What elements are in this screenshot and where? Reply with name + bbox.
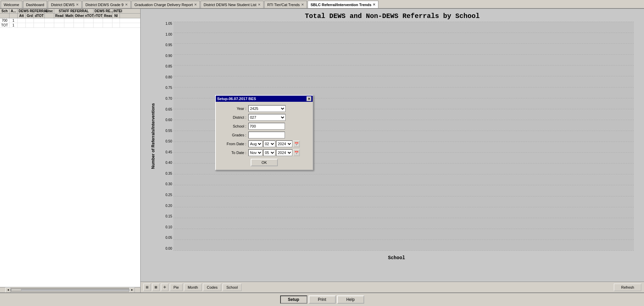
from-year-select[interactable]: 202420232025 bbox=[276, 140, 292, 147]
from-date-calendar-button[interactable]: 📅 bbox=[293, 140, 300, 147]
grades-label: Grades : bbox=[219, 133, 246, 137]
grades-input[interactable] bbox=[248, 132, 285, 138]
from-date-group: AugJanFebMar AprMayJunJul SepOctNovDec 0… bbox=[248, 140, 300, 147]
district-select[interactable]: 027 028 bbox=[248, 114, 286, 121]
modal-close-button[interactable]: ✕ bbox=[307, 96, 311, 101]
modal-overlay: Setup-06.07.2017 BES ✕ Year : 2425 2324 … bbox=[0, 0, 644, 306]
from-month-select[interactable]: AugJanFebMar AprMayJunJul SepOctNovDec bbox=[248, 140, 263, 147]
grades-row: Grades : bbox=[219, 132, 309, 138]
from-day-select[interactable]: 02010304 bbox=[263, 140, 275, 147]
school-row: School : bbox=[219, 123, 309, 130]
district-row: District : 027 028 bbox=[219, 114, 309, 121]
to-date-group: NovJanFebMar AprMayJunJul AugSepOctDec 0… bbox=[248, 149, 300, 156]
school-input[interactable] bbox=[248, 123, 285, 130]
from-date-label: From Date : bbox=[219, 142, 246, 146]
to-year-select[interactable]: 202420232025 bbox=[276, 149, 292, 156]
to-date-label: To Date : bbox=[219, 151, 246, 155]
setup-modal: Setup-06.07.2017 BES ✕ Year : 2425 2324 … bbox=[215, 95, 313, 170]
year-row: Year : 2425 2324 2223 bbox=[219, 105, 309, 112]
to-month-select[interactable]: NovJanFebMar AprMayJunJul AugSepOctDec bbox=[248, 149, 263, 156]
year-label: Year : bbox=[219, 107, 246, 111]
school-label: School : bbox=[219, 124, 246, 128]
ok-row: OK bbox=[219, 159, 309, 166]
modal-body: Year : 2425 2324 2223 District : 027 028… bbox=[216, 102, 313, 170]
district-label: District : bbox=[219, 115, 246, 119]
modal-title: Setup-06.07.2017 BES bbox=[217, 97, 256, 101]
to-day-select[interactable]: 05010203 bbox=[263, 149, 275, 156]
year-select[interactable]: 2425 2324 2223 bbox=[248, 105, 286, 112]
from-date-row: From Date : AugJanFebMar AprMayJunJul Se… bbox=[219, 140, 309, 147]
to-date-row: To Date : NovJanFebMar AprMayJunJul AugS… bbox=[219, 149, 309, 156]
modal-title-bar: Setup-06.07.2017 BES ✕ bbox=[216, 96, 313, 102]
to-date-calendar-button[interactable]: 📅 bbox=[293, 149, 300, 156]
ok-button[interactable]: OK bbox=[251, 159, 278, 166]
